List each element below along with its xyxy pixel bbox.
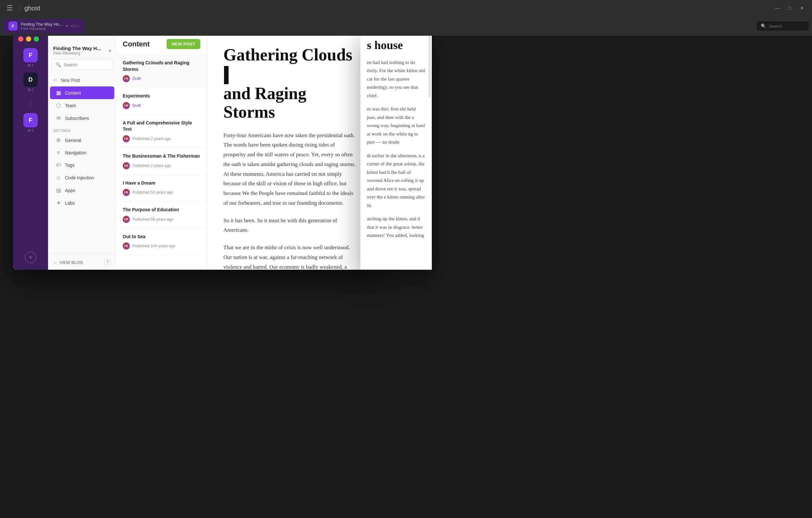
new-post-icon: ✏ xyxy=(53,77,57,83)
post-item-6[interactable]: The Purpose of Education FR Published 68… xyxy=(116,201,207,228)
article-body: Forty-four Americans have now taken the … xyxy=(223,131,357,270)
nav-search-box[interactable]: 🔍 xyxy=(52,59,112,70)
tab-search-box[interactable]: 🔍 xyxy=(757,22,809,31)
right-panel-title: s house xyxy=(367,39,425,52)
post-avatar-7: FR xyxy=(123,242,130,250)
navigation-icon: ≡ xyxy=(55,150,62,156)
tab-search-input[interactable] xyxy=(769,24,805,29)
post-title-7: Out to Sea xyxy=(123,234,200,240)
post-meta-7: FR Published 104 years ago xyxy=(123,242,200,250)
sidebar-shortcut-2: ⌘ 2 xyxy=(28,88,33,92)
sidebar-item-apps-label: Apps xyxy=(65,188,75,193)
nav-blog-name: Finding The Way H... xyxy=(53,46,101,51)
right-panel-p2: es was this: first she held paw, and the… xyxy=(367,105,425,146)
nav-search-input[interactable] xyxy=(64,62,118,67)
nav-blog-info: Finding The Way H... Felix Rieseberg xyxy=(53,46,101,56)
post-status-3: Published 2 years ago xyxy=(133,136,171,141)
sidebar-item-apps[interactable]: ▤ Apps xyxy=(50,184,114,197)
post-item-7[interactable]: Out to Sea FR Published 104 years ago xyxy=(116,228,207,255)
post-item-5[interactable]: I Have a Dream FR Published 53 years ago xyxy=(116,175,207,202)
content-list: Content NEW POST Gathering Cclouds and R… xyxy=(116,32,207,270)
close-traffic-light[interactable] xyxy=(18,36,23,42)
post-item-2[interactable]: Experiments FR Draft xyxy=(116,88,207,115)
sidebar-item-code-injection[interactable]: ◇ Code Injection xyxy=(50,171,114,184)
content-header: Content NEW POST xyxy=(116,32,207,55)
settings-section-label: SETTINGS xyxy=(48,125,116,134)
os-bar-left: ☰ ∷ ghost xyxy=(6,4,40,12)
sidebar-avatar-f2[interactable]: F xyxy=(23,113,38,127)
minimize-button[interactable]: — xyxy=(774,4,781,12)
minimize-traffic-light[interactable] xyxy=(26,36,31,42)
team-icon: ⬡ xyxy=(55,102,62,109)
app-name: ghost xyxy=(24,4,40,12)
os-titlebar: ☰ ∷ ghost — □ ✕ xyxy=(0,0,812,16)
post-meta-3: FR Published 2 years ago xyxy=(123,135,200,142)
article-paragraph-3: That we are in the midst of crisis is no… xyxy=(223,243,357,270)
post-item-3[interactable]: A Full and Comprehensive Style Test FR P… xyxy=(116,115,207,148)
new-post-button[interactable]: NEW POST xyxy=(167,39,200,49)
app-window: F ⌘ 1 D ⌘ 2 F ⌘ 3 + Finding The Way H...… xyxy=(13,32,373,270)
ghost-icon: ∷ xyxy=(18,4,22,12)
article-title-line1: Gathering Clouds xyxy=(223,46,352,64)
sidebar-item-subscribers[interactable]: ✉ Subscribers xyxy=(50,112,114,125)
post-status-6: Published 68 years ago xyxy=(133,217,173,222)
post-meta-4: FR Published 2 years ago xyxy=(123,162,200,169)
tab-title: Finding The Way Ho... xyxy=(21,22,63,27)
sidebar-shortcut-3: ⌘ 3 xyxy=(28,129,33,132)
text-cursor xyxy=(224,66,229,84)
fullscreen-traffic-light[interactable] xyxy=(34,36,39,42)
nav-chevron-icon[interactable]: ▾ xyxy=(109,48,111,53)
sidebar-item-team-label: Team xyxy=(65,103,76,108)
post-meta-2: FR Draft xyxy=(123,102,200,109)
maximize-button[interactable]: □ xyxy=(786,4,793,12)
sidebar-item-content[interactable]: ▦ Content xyxy=(50,86,114,99)
post-meta-5: FR Published 53 years ago xyxy=(123,189,200,196)
nav-footer: ← VIEW BLOG ? xyxy=(48,254,116,270)
sidebar-item-tags-label: Tags xyxy=(65,162,75,168)
help-button[interactable]: ? xyxy=(104,259,111,266)
view-blog-link[interactable]: ← VIEW BLOG xyxy=(53,260,83,265)
post-title-5: I Have a Dream xyxy=(123,180,200,187)
right-panel-p4: atching up the kitten, and d that it was… xyxy=(367,215,425,240)
code-injection-icon: ◇ xyxy=(55,174,62,181)
post-avatar-4: FR xyxy=(123,162,130,169)
article-view: ⤢ Gathering Clouds and Raging Storms For… xyxy=(207,32,373,270)
sidebar-add-button[interactable]: + xyxy=(25,251,36,263)
sidebar-divider xyxy=(30,98,31,108)
right-scrollbar[interactable] xyxy=(429,32,431,270)
nav-search-icon: 🔍 xyxy=(56,62,61,67)
nav-new-post[interactable]: ✏ New Post xyxy=(48,74,116,86)
sidebar-shortcut-1: ⌘ 1 xyxy=(28,64,33,67)
traffic-lights xyxy=(18,36,39,42)
post-status-5: Published 53 years ago xyxy=(133,190,173,195)
close-button[interactable]: ✕ xyxy=(799,4,806,12)
sidebar-item-navigation-label: Navigation xyxy=(65,150,86,155)
post-title-6: The Purpose of Education xyxy=(123,207,200,213)
article-title: Gathering Clouds and Raging Storms xyxy=(223,46,357,121)
sidebar-item-tags[interactable]: 🏷 Tags xyxy=(50,159,114,171)
content-list-items: Gathering Cclouds and Raging Storms FR D… xyxy=(116,55,207,270)
sidebar-item-content-label: Content xyxy=(65,90,81,96)
tab-search-icon: 🔍 xyxy=(761,23,766,29)
hamburger-icon[interactable]: ☰ xyxy=(6,4,13,12)
sidebar-item-team[interactable]: ⬡ Team xyxy=(50,99,114,112)
right-panel-body: en had had nothing to do tirely. For the… xyxy=(367,58,425,240)
post-status-2: Draft xyxy=(133,103,141,108)
os-bar-right: — □ ✕ xyxy=(774,4,806,12)
sidebar-item-labs[interactable]: ✦ Labs xyxy=(50,197,114,209)
post-avatar-1: FR xyxy=(123,75,130,82)
post-item-4[interactable]: The Businessman & The Fisherman FR Publi… xyxy=(116,148,207,175)
tab-ctrl-label: Ctrl 1 xyxy=(71,24,79,28)
sidebar-avatar-d[interactable]: D xyxy=(23,73,38,87)
sidebar-item-general-label: General xyxy=(65,138,81,143)
article-paragraph-1: Forty-four Americans have now taken the … xyxy=(223,131,357,208)
tab-info: Finding The Way Ho... Felix Rieseberg xyxy=(21,22,63,31)
tab-1[interactable]: F Finding The Way Ho... Felix Rieseberg … xyxy=(3,19,84,33)
sidebar-item-subscribers-label: Subscribers xyxy=(65,116,89,121)
sidebar-avatar-f1[interactable]: F xyxy=(23,48,38,62)
content-icon: ▦ xyxy=(55,90,62,96)
post-item-1[interactable]: Gathering Cclouds and Raging Storms FR D… xyxy=(116,55,207,88)
sidebar-item-navigation[interactable]: ≡ Navigation xyxy=(50,146,114,159)
sidebar-item-general[interactable]: ⚙ General xyxy=(50,134,114,146)
post-avatar-5: FR xyxy=(123,189,130,196)
